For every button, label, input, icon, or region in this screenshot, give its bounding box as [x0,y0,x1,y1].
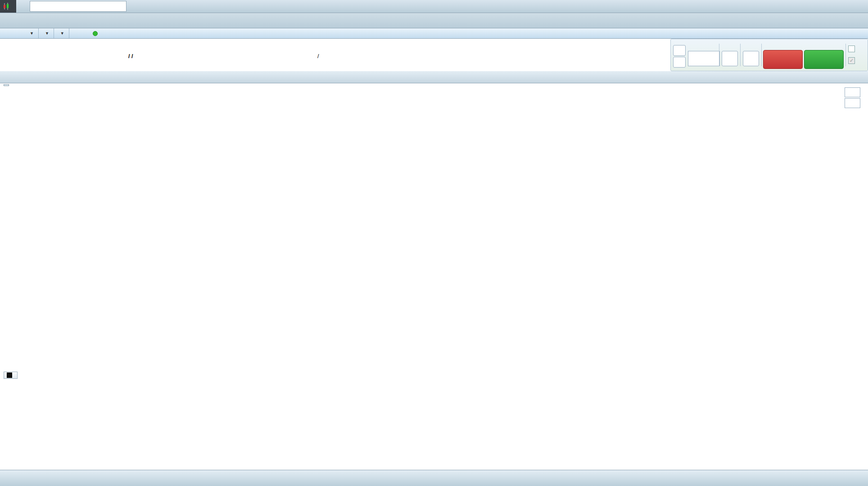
link-icon[interactable] [16,1,28,12]
trading-row: / / / [0,39,868,71]
search-input[interactable] [32,3,110,10]
units-select[interactable]: ▼ [54,28,69,38]
bottom-toolbar [0,470,868,486]
limit-checkbox[interactable] [848,45,855,52]
order-panel: ✓ [670,39,868,71]
stop-order-icon[interactable] [743,51,759,66]
chevron-down-icon: ▼ [30,31,34,36]
trades-summary: / / [128,53,133,59]
sell-button[interactable] [763,50,803,69]
rsi-color-swatch [7,372,12,378]
search-box [30,1,127,12]
limit-order-icon[interactable] [722,51,738,66]
chart-area[interactable] [0,83,868,470]
rsi-indicator-tab[interactable] [4,372,18,379]
stop-checkbox[interactable]: ✓ [848,57,855,64]
price-alert-pin-icon[interactable] [12,28,23,39]
drawing-toolbar [0,13,868,28]
chevron-down-icon: ▼ [60,31,64,36]
market-open-indicator [93,31,98,36]
price-chart-svg[interactable] [0,83,868,470]
orders-summary: / [312,53,322,59]
menu-bar [0,0,868,13]
instrument-bar: ▼ ▼ ▼ [0,28,868,39]
buy-button[interactable] [804,50,844,69]
virtual-keyboard-icon[interactable] [673,57,686,68]
symbol-select[interactable]: ▼ [23,28,39,38]
daily-ohlc-label [4,84,9,86]
chevron-down-icon: ▼ [45,31,49,36]
quantity-input[interactable] [688,51,720,66]
timeframe-select[interactable]: ▼ [39,28,54,38]
candle-pair-icon[interactable] [0,28,12,39]
order-settings-wrench-icon[interactable] [673,45,686,56]
app-logo [0,0,16,13]
logo-candle-icon [3,3,10,12]
prorealtime-window: ▼ ▼ ▼ / / / [0,0,868,486]
indicator-tabs-row [0,71,868,83]
info-icon[interactable] [73,28,85,39]
